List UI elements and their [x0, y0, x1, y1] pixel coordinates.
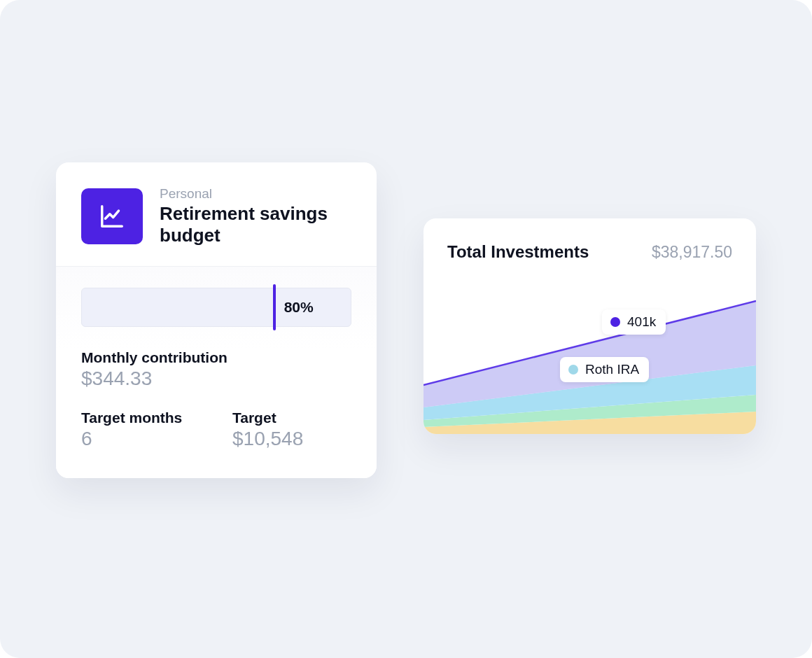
legend-dot-icon: [568, 365, 578, 374]
investments-title: Total Investments: [447, 242, 589, 262]
target-months-label: Target months: [81, 410, 193, 426]
budget-progress-value: 80%: [284, 299, 314, 316]
investments-chart: 401k Roth IRA: [424, 280, 756, 434]
investments-total: $38,917.50: [652, 243, 732, 262]
chart-line-icon: [81, 188, 143, 244]
budget-card: Personal Retirement savings budget 80% M…: [56, 162, 377, 478]
legend-item-roth-ira: Roth IRA: [560, 357, 649, 382]
target-amount-value: $10,548: [232, 428, 344, 450]
legend-item-401k: 401k: [602, 309, 666, 335]
slider-handle-icon[interactable]: [273, 284, 276, 330]
legend-label: Roth IRA: [585, 362, 639, 377]
dashboard-canvas: Personal Retirement savings budget 80% M…: [0, 0, 812, 658]
legend-dot-icon: [610, 317, 620, 327]
budget-title: Retirement savings budget: [160, 203, 351, 246]
investments-header: Total Investments $38,917.50: [424, 218, 756, 280]
investments-card: Total Investments $38,917.50 401k: [424, 218, 756, 434]
budget-kicker: Personal: [160, 186, 351, 202]
budget-card-body: 80% Monthly contribution $344.33 Target …: [56, 267, 377, 478]
budget-card-header: Personal Retirement savings budget: [56, 162, 377, 267]
target-months-value: 6: [81, 428, 193, 450]
target-amount-label: Target: [232, 410, 344, 426]
budget-progress-slider[interactable]: 80%: [81, 288, 351, 327]
monthly-contribution-label: Monthly contribution: [81, 349, 351, 366]
legend-label: 401k: [627, 314, 656, 330]
monthly-contribution-value: $344.33: [81, 368, 351, 390]
